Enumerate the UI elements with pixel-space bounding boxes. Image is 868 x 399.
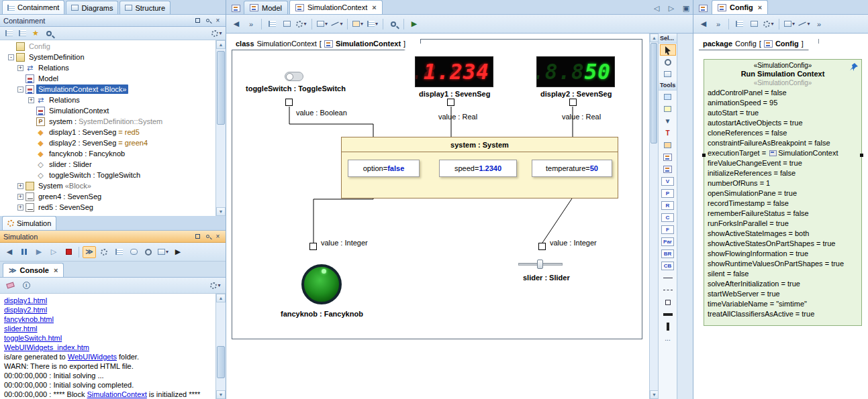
display2-sevenseg-widget[interactable]: 8.8.8.8 50	[536, 56, 615, 87]
export-icon[interactable]: ▾	[156, 246, 170, 258]
grid-tool-icon[interactable]	[660, 68, 676, 80]
tree-item[interactable]: system :SystemDefinition::System	[0, 116, 226, 127]
config-property[interactable]: cloneReferences = false	[708, 128, 861, 138]
note-tool-icon[interactable]	[660, 103, 676, 115]
console-output[interactable]: display1.html display2.html fancyknob.ht…	[0, 294, 215, 399]
tree-item[interactable]: +red5 : SevenSeg	[0, 202, 226, 213]
path-style-icon[interactable]: ▾	[798, 18, 811, 30]
containment-tree-icon[interactable]	[265, 18, 279, 30]
tree-item[interactable]: toggleSwitch : ToggleSwitch	[0, 170, 226, 180]
containment-tree[interactable]: Config -SystemDefinition +Relations Mode…	[0, 40, 226, 216]
display1-port[interactable]	[447, 99, 454, 106]
simulation-options-icon[interactable]	[97, 246, 111, 258]
pin-icon[interactable]	[203, 16, 212, 25]
animation-speed-icon[interactable]: ≫	[83, 246, 96, 258]
diagram-overview-tool-icon[interactable]	[660, 164, 676, 175]
tab-simulation[interactable]: Simulation	[2, 216, 56, 230]
back-icon[interactable]: ◀	[697, 18, 710, 30]
value-property-tool-icon[interactable]: V	[660, 176, 676, 187]
tab-list-icon[interactable]	[696, 2, 710, 14]
tree-item-selected[interactable]: -SimulationContext«Block»	[0, 84, 226, 95]
display1-sevenseg-widget[interactable]: 8.8.8.8 1.234	[415, 56, 493, 87]
containment-tree-icon[interactable]	[732, 18, 746, 30]
tab-diagrams[interactable]: Diagrams	[66, 1, 118, 14]
config-property[interactable]: recordTimestamp = false	[708, 198, 861, 209]
tree-item[interactable]: +Relations	[0, 95, 226, 105]
image-tool-icon[interactable]	[660, 139, 676, 151]
back-icon[interactable]: ◀	[230, 18, 243, 30]
swimlane-icon[interactable]: ▾	[783, 18, 796, 30]
favorites-icon[interactable]: ★	[29, 27, 42, 40]
sticky-tool-icon[interactable]	[660, 91, 676, 103]
console-link[interactable]: display2.html	[4, 306, 47, 314]
diagram-tool-icon[interactable]	[660, 152, 676, 163]
option-value-box[interactable]: option = false	[348, 160, 420, 177]
config-diagram-canvas[interactable]: package Config [ Config ] «SimulationCon…	[693, 34, 868, 399]
tree-item[interactable]: +green4 : SevenSeg	[0, 191, 226, 202]
image-shape-icon[interactable]: ▾	[351, 18, 365, 30]
display2-part-label[interactable]: display2 : SevenSeg	[540, 90, 612, 98]
legend-icon[interactable]: ▾	[366, 18, 379, 30]
participant-property-tool-icon[interactable]: Par	[660, 236, 676, 247]
console-link[interactable]: WebUIWidgets_index.htm	[4, 343, 89, 351]
classifier-behavior-tool-icon[interactable]: CB	[660, 260, 676, 272]
step-back-icon[interactable]: ◀	[3, 246, 16, 258]
tab-console[interactable]: ≫ Console ×	[3, 263, 64, 277]
fork-vertical-tool-icon[interactable]	[660, 321, 676, 332]
zoom-icon[interactable]	[387, 18, 400, 30]
next-diagram-icon[interactable]: ▷	[665, 2, 678, 14]
diagram-canvas[interactable]: class SimulationContext [ SimulationCont…	[226, 34, 649, 399]
toggleswitch-part-label[interactable]: toggleSwitch : ToggleSwitch	[246, 84, 346, 93]
console-options-gear-icon[interactable]: ▾	[209, 280, 222, 292]
console-scrollbar[interactable]: ▲ ▼	[215, 294, 226, 399]
hierarchy-icon[interactable]	[112, 246, 126, 258]
tree-item[interactable]: fancyknob : Fancyknob	[0, 148, 226, 159]
config-property[interactable]: showFlowingInformation = true	[708, 249, 861, 259]
run-icon[interactable]: ▶	[171, 246, 185, 258]
slider-port[interactable]	[538, 243, 546, 250]
expand-all-icon[interactable]	[15, 27, 29, 40]
toolbar-overflow-icon[interactable]: »	[812, 18, 826, 30]
publish-icon[interactable]	[747, 18, 761, 30]
tree-item[interactable]: SimulationContext	[0, 105, 226, 116]
swimlane-icon[interactable]: ▾	[316, 18, 329, 30]
part-property-tool-icon[interactable]: P	[660, 188, 676, 199]
port-tool-icon[interactable]	[660, 296, 676, 308]
dependency-tool-icon[interactable]	[660, 284, 676, 296]
display2-port[interactable]	[569, 99, 577, 106]
tree-item[interactable]: Model	[0, 73, 226, 84]
constraint-property-tool-icon[interactable]: C	[660, 212, 676, 223]
text-tool-icon[interactable]: T	[660, 127, 676, 139]
config-property[interactable]: runForksInParallel = true	[708, 219, 861, 229]
legend-pin-icon[interactable]	[849, 62, 859, 72]
tree-expander[interactable]: +	[28, 97, 34, 103]
pin-icon[interactable]	[203, 232, 212, 241]
close-icon[interactable]: ×	[54, 266, 58, 274]
console-link[interactable]: SimulationContext	[87, 390, 147, 398]
link-icon[interactable]	[127, 246, 140, 258]
cursor-tool-icon[interactable]	[660, 44, 676, 56]
config-property[interactable]: timeVariableName = "simtime"	[708, 299, 861, 309]
config-property[interactable]: fireValueChangeEvent = true	[708, 158, 861, 168]
tab-config[interactable]: Config×	[712, 0, 768, 14]
toggle-switch-widget[interactable]	[285, 72, 303, 81]
config-property-execution-target[interactable]: executionTarget = SimulationContext	[708, 148, 861, 158]
restore-icon[interactable]	[193, 16, 202, 25]
fork-horizontal-tool-icon[interactable]	[660, 308, 676, 320]
simulation-config-box[interactable]: «SimulationConfig» Run Simulation Contex…	[704, 59, 862, 326]
path-style-icon[interactable]: ▾	[330, 18, 344, 30]
tree-item[interactable]: -SystemDefinition	[0, 52, 226, 62]
search-icon[interactable]	[42, 27, 56, 40]
tree-item[interactable]: Config	[0, 41, 226, 52]
gear-icon[interactable]: ▾	[295, 18, 308, 30]
tree-expander[interactable]: +	[17, 194, 23, 200]
config-property[interactable]: numberOfRuns = 1	[708, 178, 861, 188]
config-property[interactable]: startWebServer = true	[708, 289, 861, 299]
config-property[interactable]: addControlPanel = false	[708, 88, 861, 98]
display1-part-label[interactable]: display1 : SevenSeg	[419, 90, 490, 98]
console-link[interactable]: WebUIWidgets	[68, 353, 117, 361]
connector-tool-icon[interactable]	[660, 272, 676, 284]
toolbar-overflow-icon[interactable]: »	[244, 18, 258, 30]
tree-item[interactable]: +Relations	[0, 62, 226, 73]
restore-icon[interactable]	[193, 232, 202, 241]
